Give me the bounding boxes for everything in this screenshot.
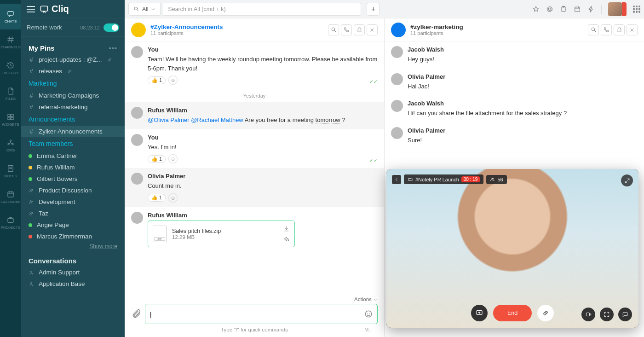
add-reaction-icon[interactable]: ☺ — [168, 193, 178, 203]
sidebar-item[interactable]: Rufus William — [21, 162, 125, 173]
reaction[interactable]: 👍 1 — [148, 155, 166, 163]
star-icon[interactable] — [532, 6, 540, 13]
search-input[interactable]: Search in All (cmd + k) — [163, 3, 361, 16]
close-icon[interactable] — [627, 24, 638, 35]
chat-pane-2: #zylker-marketing 11 participants Jacob … — [385, 18, 644, 337]
svg-point-27 — [365, 311, 372, 317]
sidebar-category[interactable]: Marketing — [21, 77, 125, 90]
show-more-link[interactable]: Show more — [21, 242, 125, 250]
svg-rect-0 — [8, 12, 13, 15]
message-avatar — [131, 46, 143, 58]
rail-notes[interactable]: NOTES — [0, 158, 21, 184]
message: Olivia PalmerCount me in.👍 1☺ — [125, 168, 384, 207]
call-button[interactable] — [622, 2, 627, 16]
message-author: Olivia Palmer — [408, 127, 638, 134]
clipboard-icon[interactable] — [560, 6, 567, 13]
download-icon[interactable] — [283, 226, 290, 232]
close-icon[interactable] — [367, 24, 378, 35]
message-avatar — [131, 173, 143, 185]
conversation-item[interactable]: Application Base — [21, 278, 125, 290]
phone-icon[interactable] — [341, 24, 352, 35]
add-reaction-icon[interactable]: ☺ — [168, 154, 178, 163]
sidebar-item[interactable]: #Zylker-Announcements — [21, 126, 125, 137]
message-avatar — [391, 127, 403, 139]
pin-item[interactable]: #releases — [21, 65, 125, 77]
link-icon[interactable] — [537, 305, 554, 321]
channel-name[interactable]: #zylker-marketing — [410, 23, 463, 30]
message-author: You — [148, 134, 378, 141]
status-toggle[interactable] — [104, 23, 119, 32]
screenshare-icon[interactable] — [471, 305, 488, 321]
bell-icon[interactable] — [354, 24, 365, 35]
channel-name[interactable]: #Zylker-Announcements — [150, 23, 223, 30]
emoji-icon[interactable] — [364, 310, 373, 318]
reaction[interactable]: 👍 1 — [148, 194, 166, 202]
fullscreen-icon[interactable] — [600, 308, 614, 321]
chat-icon[interactable] — [618, 308, 632, 321]
share-icon[interactable] — [283, 236, 290, 242]
rail-history[interactable]: HISTORY — [0, 55, 21, 81]
end-call-button[interactable]: End — [493, 305, 532, 321]
sidebar-item[interactable]: #referral-marketing — [21, 101, 125, 113]
rail-chats[interactable]: CHATS — [0, 4, 21, 29]
sidebar-item[interactable]: Gilbert Bowers — [21, 173, 125, 185]
rail-projects[interactable]: PROJECTS — [0, 210, 21, 236]
svg-point-34 — [590, 314, 591, 315]
svg-rect-11 — [8, 218, 13, 222]
sidebar-item[interactable]: Development — [21, 196, 125, 208]
svg-point-20 — [31, 282, 32, 284]
conversation-item[interactable]: Admin Support — [21, 267, 125, 278]
sidebar-item[interactable]: Marcus Zimmerman — [21, 231, 125, 242]
actions-menu[interactable]: Actions — [131, 296, 378, 304]
sidebar-category[interactable]: Team members — [21, 137, 125, 150]
svg-rect-2 — [8, 114, 10, 116]
bolt-icon[interactable] — [587, 6, 595, 13]
rail-widgets[interactable]: WIDGETS — [0, 107, 21, 133]
search-scope[interactable]: All — [128, 3, 161, 16]
phone-icon[interactable] — [601, 24, 612, 35]
main-area: All Search in All (cmd + k) + #Z — [125, 0, 644, 337]
sidebar-item[interactable]: Emma Cartner — [21, 150, 125, 162]
svg-point-19 — [31, 271, 32, 272]
channel-sub: 11 participants — [410, 30, 463, 36]
sidebar-item[interactable]: Angie Page — [21, 219, 125, 231]
message-author: Jacob Walsh — [408, 46, 638, 53]
channel-sub: 11 participants — [150, 30, 223, 36]
attach-icon[interactable] — [131, 309, 141, 319]
rail-calendar[interactable]: CALENDAR — [0, 184, 21, 210]
sidebar-item[interactable]: Product Discussion — [21, 185, 125, 196]
svg-point-13 — [30, 189, 31, 190]
search-icon[interactable] — [588, 24, 599, 35]
channel-avatar — [131, 23, 146, 37]
file-attachment[interactable]: Sales pitch files.zip12.29 MB — [148, 221, 295, 247]
bell-icon[interactable] — [614, 24, 625, 35]
rail-files[interactable]: FILES — [0, 81, 21, 107]
topbar: All Search in All (cmd + k) + — [125, 0, 644, 18]
sidebar-item[interactable]: Taz — [21, 208, 125, 219]
video-call-overlay: #Notely PR Launch 00 : 19 56 End — [386, 169, 638, 328]
add-reaction-icon[interactable]: ☺ — [168, 76, 178, 85]
composer-hint: Type "/" for quick commandsM↓ — [131, 324, 378, 332]
calendar-icon[interactable] — [574, 6, 581, 13]
search-icon[interactable] — [328, 24, 339, 35]
message-composer[interactable] — [145, 304, 378, 324]
add-button[interactable]: + — [367, 3, 380, 16]
sidebar-category[interactable]: Announcements — [21, 113, 125, 126]
record-icon[interactable] — [581, 308, 595, 321]
message-input[interactable] — [150, 311, 360, 318]
rail-channels[interactable]: CHANNELS — [0, 29, 21, 55]
expand-icon[interactable] — [621, 174, 633, 186]
at-icon[interactable] — [546, 6, 553, 13]
rail-org[interactable]: ORG — [0, 133, 21, 158]
user-avatar[interactable] — [608, 2, 622, 16]
pin-item[interactable]: #project-updates : @Z... — [21, 54, 125, 65]
menu-icon[interactable] — [27, 6, 35, 12]
pins-more-icon[interactable]: ••• — [109, 44, 117, 52]
reaction[interactable]: 👍 1 — [148, 76, 166, 84]
sidebar-item[interactable]: #Marketing Campaigns — [21, 90, 125, 101]
message-author: Olivia Palmer — [408, 73, 638, 80]
apps-icon[interactable] — [633, 6, 640, 13]
call-back-icon[interactable] — [392, 175, 401, 184]
read-receipt-icon: ✓✓ — [369, 157, 378, 163]
svg-rect-29 — [408, 178, 411, 180]
